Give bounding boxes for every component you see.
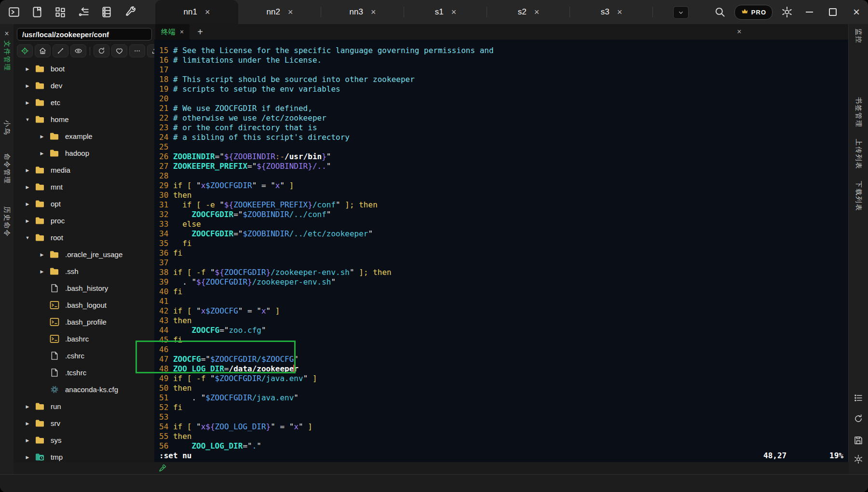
caret-collapsed-icon[interactable]: ▶ [24, 83, 31, 88]
terminal-panel-close-icon[interactable]: × [733, 24, 746, 40]
tab-close-icon[interactable]: × [617, 8, 623, 16]
caret-collapsed-icon[interactable]: ▶ [39, 134, 45, 139]
tab-nn3[interactable]: nn3× [321, 0, 404, 24]
tree-item-anaconda-ks.cfg[interactable]: anaconda-ks.cfg [14, 381, 154, 398]
dashboard-icon[interactable] [54, 6, 67, 18]
locate-button[interactable] [17, 44, 33, 57]
eye-button[interactable] [70, 44, 86, 57]
left-rail-item-3[interactable]: 命令管理 [2, 153, 11, 184]
tree-item-srv[interactable]: ▶srv [14, 415, 154, 432]
caret-expanded-icon[interactable]: ▼ [24, 235, 31, 240]
tree-item-.bashrc[interactable]: .bashrc [14, 330, 154, 347]
minimize-button[interactable] [801, 4, 817, 20]
caret-collapsed-icon[interactable]: ▶ [24, 421, 31, 426]
left-rail-item-2[interactable]: 小鸟 [2, 120, 11, 136]
search-icon[interactable] [714, 6, 726, 18]
tab-overflow-button[interactable] [673, 6, 689, 19]
tree-item-proc[interactable]: ▶proc [14, 212, 154, 229]
topology-icon[interactable] [77, 6, 90, 18]
caret-collapsed-icon[interactable]: ▶ [24, 67, 31, 71]
tab-s2[interactable]: s2× [487, 0, 570, 24]
tree-item-.bash_profile[interactable]: .bash_profile [14, 314, 154, 330]
connect-button[interactable] [53, 44, 68, 57]
gear-icon[interactable] [854, 454, 864, 465]
tab-close-icon[interactable]: × [451, 8, 457, 16]
caret-expanded-icon[interactable]: ▼ [24, 117, 31, 122]
tree-item-.tcshrc[interactable]: .tcshrc [14, 364, 154, 381]
highlighter-pen-icon[interactable] [158, 464, 167, 473]
right-rail-item-1[interactable]: 监控 [854, 28, 863, 44]
caret-collapsed-icon[interactable]: ▶ [39, 269, 45, 274]
maximize-button[interactable] [825, 4, 841, 20]
tree-item-boot[interactable]: ▶boot [14, 60, 154, 77]
code-token: ]; then [340, 200, 378, 209]
tree-item-sys[interactable]: ▶sys [14, 432, 154, 449]
tab-s3[interactable]: s3× [570, 0, 653, 24]
heart-button[interactable] [111, 44, 127, 57]
caret-collapsed-icon[interactable]: ▶ [24, 455, 31, 460]
caret-collapsed-icon[interactable]: ▶ [24, 185, 31, 190]
tree-item-opt[interactable]: ▶opt [14, 195, 154, 212]
right-rail-item-4[interactable]: 下载列表 [854, 181, 863, 212]
caret-collapsed-icon[interactable]: ▶ [24, 202, 31, 206]
more-button[interactable] [129, 44, 145, 57]
caret-collapsed-icon[interactable]: ▶ [24, 100, 31, 105]
tree-item-hadoop[interactable]: ▶hadoop [14, 145, 154, 162]
tree-item-example[interactable]: ▶example [14, 128, 154, 145]
terminal-tab-close-icon[interactable]: × [180, 28, 184, 36]
tree-item-mnt[interactable]: ▶mnt [14, 178, 154, 195]
code-line-29: 29if [ "x$ZOOCFGDIR" = "x" ] [159, 181, 849, 191]
pro-badge[interactable]: PRO [734, 5, 773, 20]
tab-nn1[interactable]: nn1× [155, 0, 238, 24]
path-input[interactable] [17, 28, 152, 41]
home-button[interactable] [35, 44, 51, 57]
wrench-icon[interactable] [123, 6, 136, 18]
terminal-icon[interactable] [8, 6, 20, 18]
caret-collapsed-icon[interactable]: ▶ [24, 438, 31, 443]
left-rail-item-4[interactable]: 历史命令 [2, 206, 11, 237]
tab-s1[interactable]: s1× [404, 0, 487, 24]
code-token: /conf [312, 200, 336, 209]
tree-item-.oracle_jre_usage[interactable]: ▶.oracle_jre_usage [14, 246, 154, 263]
caret-collapsed-icon[interactable]: ▶ [24, 219, 31, 223]
tree-item-label: media [51, 166, 70, 174]
tab-close-icon[interactable]: × [371, 8, 376, 16]
notebook-icon[interactable] [31, 6, 43, 18]
tree-item-.cshrc[interactable]: .cshrc [14, 347, 154, 364]
server-icon[interactable] [100, 6, 113, 18]
tree-item-etc[interactable]: ▶etc [14, 94, 154, 111]
tree-item-.bash_history[interactable]: .bash_history [14, 280, 154, 297]
tree-item-run[interactable]: ▶run [14, 398, 154, 415]
tree-item-root[interactable]: ▼root [14, 229, 154, 246]
left-rail-close-icon[interactable]: × [4, 29, 9, 38]
line-number: 30 [159, 191, 168, 200]
tree-item-media[interactable]: ▶media [14, 162, 154, 178]
tab-close-icon[interactable]: × [534, 8, 540, 16]
save-icon[interactable] [854, 436, 864, 446]
caret-collapsed-icon[interactable]: ▶ [39, 151, 45, 156]
left-rail-item-1[interactable]: 文件管理 [2, 41, 11, 71]
refresh-icon[interactable] [854, 414, 864, 424]
caret-collapsed-icon[interactable]: ▶ [39, 252, 45, 257]
new-terminal-button[interactable]: + [194, 24, 206, 40]
tree-item-dev[interactable]: ▶dev [14, 77, 154, 94]
line-number: 51 [159, 393, 168, 403]
code-token [173, 239, 182, 248]
code-token: ${ [205, 422, 215, 431]
tree-item-home[interactable]: ▼home [14, 111, 154, 128]
caret-collapsed-icon[interactable]: ▶ [24, 168, 31, 173]
right-rail-item-2[interactable]: 书签管理 [854, 97, 863, 128]
list-icon[interactable] [854, 393, 864, 403]
right-rail-item-3[interactable]: 上传列表 [854, 139, 863, 170]
terminal-tab[interactable]: 终端 × [155, 24, 190, 40]
tree-item-.ssh[interactable]: ▶.ssh [14, 263, 154, 280]
settings-gear-icon[interactable] [781, 6, 793, 18]
tab-close-icon[interactable]: × [288, 8, 293, 16]
tab-nn2[interactable]: nn2× [238, 0, 321, 24]
tree-item-.bash_logout[interactable]: .bash_logout [14, 297, 154, 314]
refresh-button[interactable] [94, 44, 109, 57]
vim-editor[interactable]: 15# See the License for the specific lan… [154, 40, 849, 462]
tab-close-icon[interactable]: × [205, 8, 210, 16]
close-window-button[interactable]: × [849, 4, 864, 20]
caret-collapsed-icon[interactable]: ▶ [24, 404, 31, 409]
